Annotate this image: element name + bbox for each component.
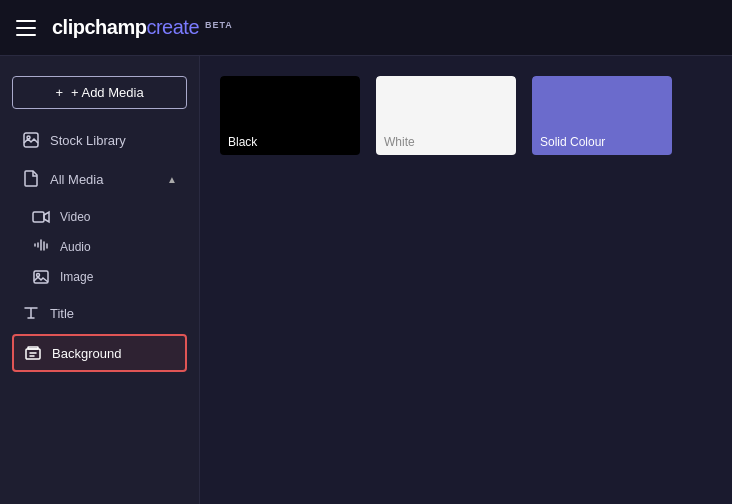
chevron-up-icon: ▲ (167, 174, 177, 185)
all-media-icon (22, 169, 40, 190)
sidebar-item-audio-label: Audio (60, 240, 91, 254)
svg-rect-2 (33, 212, 44, 222)
svg-rect-5 (26, 349, 40, 359)
logo-clipchamp-text: clipchamp (52, 16, 146, 39)
video-icon (32, 208, 50, 226)
plus-icon: + (55, 85, 63, 100)
sidebar-item-title-label: Title (50, 306, 74, 321)
logo-beta-badge: BETA (205, 20, 233, 30)
title-icon (22, 304, 40, 322)
media-card-white[interactable]: White (376, 76, 516, 155)
solid-colour-label: Solid Colour (540, 135, 605, 149)
main-content: Black White Solid Colour (200, 56, 732, 504)
sidebar-item-all-media-label: All Media (50, 172, 103, 187)
audio-icon (32, 238, 50, 256)
image-icon (32, 268, 50, 286)
white-label: White (384, 135, 415, 149)
media-card-black[interactable]: Black (220, 76, 360, 155)
main-layout: + + Add Media Stock Library All Media (0, 56, 732, 504)
sidebar-item-stock-library[interactable]: Stock Library (12, 123, 187, 157)
sidebar-item-stock-library-label: Stock Library (50, 133, 126, 148)
black-thumbnail: Black (220, 76, 360, 155)
solid-colour-thumbnail: Solid Colour (532, 76, 672, 155)
app-header: clipchamp create BETA (0, 0, 732, 56)
sidebar-item-all-media[interactable]: All Media ▲ (12, 161, 187, 198)
white-thumbnail: White (376, 76, 516, 155)
sidebar-item-audio[interactable]: Audio (22, 232, 187, 262)
stock-library-icon (22, 131, 40, 149)
sidebar-item-background-label: Background (52, 346, 121, 361)
sidebar-item-video-label: Video (60, 210, 90, 224)
add-media-label: + Add Media (71, 85, 144, 100)
add-media-button[interactable]: + + Add Media (12, 76, 187, 109)
svg-rect-6 (28, 347, 38, 349)
hamburger-menu[interactable] (16, 20, 36, 36)
logo-create-text: create (146, 16, 199, 39)
sidebar-item-image-label: Image (60, 270, 93, 284)
sidebar-submenu: Video Audio Image (22, 202, 187, 292)
sidebar-item-video[interactable]: Video (22, 202, 187, 232)
sidebar: + + Add Media Stock Library All Media (0, 56, 200, 504)
media-grid: Black White Solid Colour (220, 76, 712, 155)
app-logo: clipchamp create BETA (52, 16, 233, 39)
background-icon (24, 344, 42, 362)
sidebar-item-title[interactable]: Title (12, 296, 187, 330)
sidebar-item-image[interactable]: Image (22, 262, 187, 292)
media-card-solid-colour[interactable]: Solid Colour (532, 76, 672, 155)
sidebar-item-background[interactable]: Background (12, 334, 187, 372)
black-label: Black (228, 135, 257, 149)
